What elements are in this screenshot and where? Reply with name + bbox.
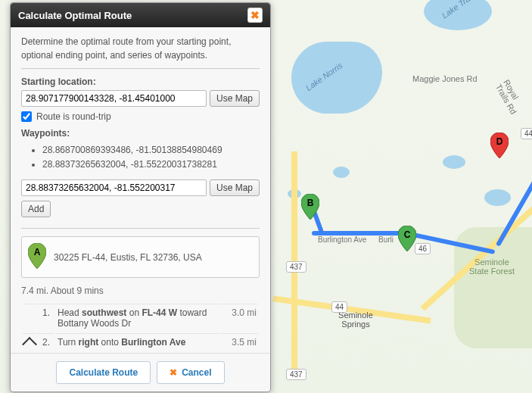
waypoint-item: 28.88373265632004, -81.55220031738281 — [42, 158, 260, 172]
pin-a-icon: A — [28, 243, 46, 271]
pond2 — [443, 155, 465, 169]
label-royal: Royal Trails Rd — [494, 78, 530, 122]
close-button[interactable]: ✖ — [247, 8, 263, 23]
intro-text: Determine the optimal route from your st… — [21, 35, 260, 62]
step-distance: 3.5 mi — [222, 333, 258, 353]
roundtrip-checkbox[interactable] — [21, 111, 32, 122]
badge-437b: 437 — [286, 369, 306, 380]
dialog-body: Determine the optimal route from your st… — [11, 27, 270, 353]
svg-text:D: D — [496, 136, 503, 147]
step-text: Turn right onto Burlington Ave — [56, 333, 220, 353]
svg-text:B: B — [307, 198, 314, 208]
dialog-title: Calculate Optimal Route — [18, 10, 132, 21]
step-number: 1. — [38, 304, 54, 332]
route-summary: 7.4 mi. About 9 mins — [21, 285, 260, 296]
waypoints-list: 28.868700869393486, -81.50138854980469 2… — [21, 143, 260, 172]
step-distance: 3.0 mi — [222, 304, 258, 332]
badge-44b: 44 — [521, 128, 532, 139]
stop-a-card: A 30225 FL-44, Eustis, FL 32736, USA — [21, 236, 260, 278]
svg-text:C: C — [404, 229, 411, 240]
calculate-button[interactable]: Calculate Route — [56, 361, 151, 384]
badge-437a: 437 — [286, 261, 306, 273]
lake-norris — [291, 42, 382, 114]
usemap-start-button[interactable]: Use Map — [210, 90, 260, 107]
usemap-wp-button[interactable]: Use Map — [210, 179, 260, 196]
waypoint-input[interactable] — [21, 179, 207, 196]
route-dialog: Calculate Optimal Route ✖ Determine the … — [10, 2, 271, 392]
separator — [21, 68, 260, 69]
direction-step: 2.Turn right onto Burlington Ave3.5 mi — [23, 333, 258, 353]
dialog-titlebar[interactable]: Calculate Optimal Route ✖ — [11, 3, 270, 27]
cancel-label: Cancel — [182, 367, 211, 378]
label-burlington: Burlington Ave — [318, 235, 366, 244]
separator — [21, 228, 260, 229]
start-label: Starting location: — [21, 76, 260, 87]
step-text: Head southwest on FL-44 W toward Bottany… — [56, 304, 220, 332]
waypoints-label: Waypoints: — [21, 128, 260, 139]
pin-b[interactable]: B — [301, 194, 319, 220]
badge-46: 46 — [415, 243, 431, 254]
roundtrip-checkbox-row[interactable]: Route is round-trip — [21, 111, 260, 122]
pin-d[interactable]: D — [490, 133, 509, 158]
start-input[interactable] — [21, 90, 207, 107]
dialog-footer: Calculate Route ✖Cancel — [11, 353, 270, 391]
close-icon: ✖ — [250, 9, 260, 21]
stop-a-address: 30225 FL-44, Eustis, FL 32736, USA — [54, 252, 202, 263]
direction-step: 1.Head southwest on FL-44 W toward Botta… — [23, 304, 258, 332]
label-seminole-springs: Seminole Springs — [333, 310, 378, 329]
waypoint-item: 28.868700869393486, -81.50138854980469 — [42, 143, 260, 158]
roundtrip-label: Route is round-trip — [36, 111, 111, 122]
cancel-icon: ✖ — [170, 367, 177, 378]
add-button[interactable]: Add — [21, 201, 51, 217]
cancel-button[interactable]: ✖Cancel — [157, 361, 224, 384]
label-burlington2: Burli — [378, 235, 394, 244]
pin-c[interactable]: C — [398, 226, 416, 251]
pond3 — [484, 189, 511, 206]
label-seminole-forest: Seminole State Forest — [465, 257, 518, 276]
label-maggie: Maggie Jones Rd — [412, 74, 478, 83]
badge-44a: 44 — [331, 301, 347, 313]
directions-table: 1.Head southwest on FL-44 W toward Botta… — [21, 302, 260, 353]
svg-text:A: A — [34, 247, 41, 257]
turn-right-icon — [22, 337, 37, 352]
pond1 — [333, 167, 350, 178]
step-number: 2. — [38, 333, 54, 353]
